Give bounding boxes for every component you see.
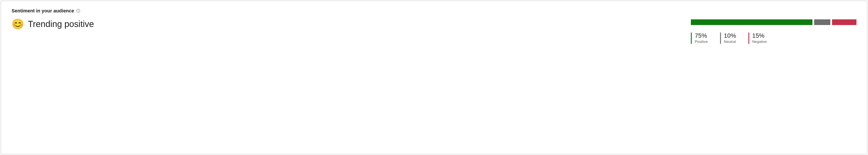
legend-item-positive: 75% Positive bbox=[691, 32, 708, 44]
smile-emoji-icon: 😊 bbox=[11, 19, 24, 29]
legend-stripe-positive bbox=[691, 32, 692, 44]
legend-label-positive: Positive bbox=[695, 40, 708, 44]
legend-label-neutral: Neutral bbox=[724, 40, 736, 44]
legend-pct-negative: 15% bbox=[752, 32, 767, 39]
legend-pct-neutral: 10% bbox=[724, 32, 736, 39]
sentiment-bar bbox=[691, 20, 857, 25]
bar-segment-negative bbox=[832, 20, 857, 25]
trend-row: 😊 Trending positive bbox=[11, 19, 94, 29]
legend-text-negative: 15% Negative bbox=[752, 32, 767, 44]
legend-item-negative: 15% Negative bbox=[748, 32, 767, 44]
bar-segment-positive bbox=[691, 20, 812, 25]
info-icon[interactable] bbox=[76, 9, 80, 13]
card-title: Sentiment in your audience bbox=[11, 8, 74, 14]
legend-pct-positive: 75% bbox=[695, 32, 708, 39]
sentiment-summary: Sentiment in your audience 😊 Trending po… bbox=[11, 8, 94, 29]
sentiment-card: Sentiment in your audience 😊 Trending po… bbox=[1, 1, 867, 154]
sentiment-breakdown: 75% Positive 10% Neutral 15% Negative bbox=[691, 8, 857, 44]
legend-item-neutral: 10% Neutral bbox=[720, 32, 736, 44]
trend-text: Trending positive bbox=[28, 19, 94, 29]
title-row: Sentiment in your audience bbox=[11, 8, 94, 14]
legend-label-negative: Negative bbox=[752, 40, 767, 44]
legend-text-positive: 75% Positive bbox=[695, 32, 708, 44]
bar-segment-neutral bbox=[814, 20, 830, 25]
legend-text-neutral: 10% Neutral bbox=[724, 32, 736, 44]
legend-stripe-neutral bbox=[720, 32, 721, 44]
legend: 75% Positive 10% Neutral 15% Negative bbox=[691, 32, 857, 44]
legend-stripe-negative bbox=[748, 32, 749, 44]
